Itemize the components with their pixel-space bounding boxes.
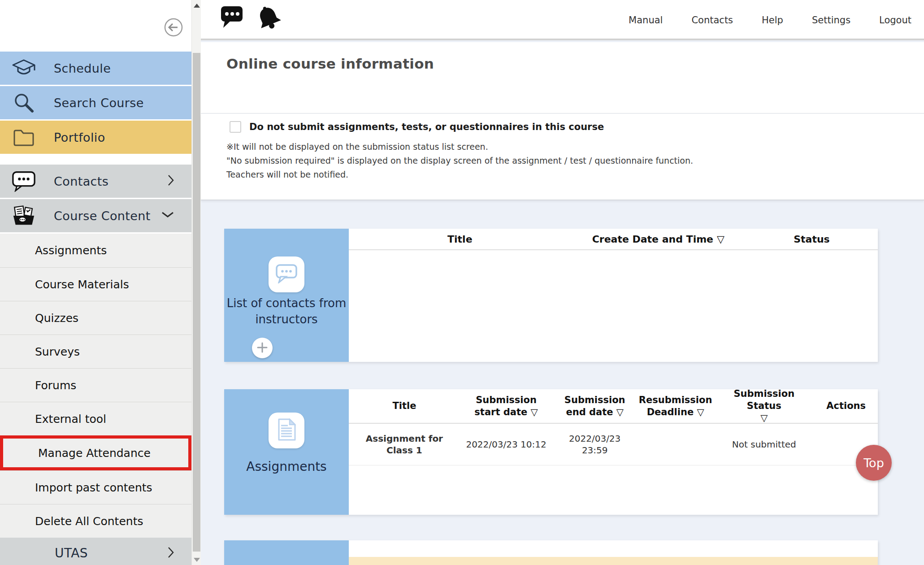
next-section-block bbox=[224, 540, 349, 565]
sidebar-item-course-content[interactable]: Course Content bbox=[0, 199, 191, 232]
next-section-highlight-row bbox=[349, 557, 878, 565]
sidebar-menu: Schedule Search Course Portfolio bbox=[0, 52, 191, 565]
sort-icon: ▽ bbox=[616, 407, 624, 417]
sidebar-item-schedule[interactable]: Schedule bbox=[0, 52, 191, 85]
add-contact-button[interactable] bbox=[252, 338, 273, 358]
sort-icon: ▽ bbox=[697, 407, 704, 417]
column-header-status: Status bbox=[746, 229, 878, 249]
assignment-row[interactable]: Assignment for Class 1 2022/03/23 10:12 … bbox=[349, 424, 878, 465]
scroll-down-icon bbox=[194, 558, 200, 562]
do-not-submit-label: Do not submit assignments, tests, or que… bbox=[249, 122, 604, 132]
sidebar-item-forums[interactable]: Forums bbox=[0, 368, 191, 402]
sort-icon: ▽ bbox=[760, 412, 768, 424]
document-icon bbox=[277, 418, 296, 443]
chevron-right-icon bbox=[167, 174, 174, 188]
resubmission-deadline-cell bbox=[637, 424, 714, 465]
content-box-icon bbox=[12, 204, 36, 227]
sidebar-item-utas[interactable]: UTAS bbox=[0, 538, 191, 565]
assignments-table-header: Title Submission start date ▽ Submission… bbox=[349, 389, 878, 424]
course-content-submenu: Assignments Course Materials Quizzes Sur… bbox=[0, 234, 191, 538]
sidebar-item-surveys[interactable]: Surveys bbox=[0, 335, 191, 368]
column-header-submission-start[interactable]: Submission start date ▽ bbox=[460, 389, 553, 423]
submission-option-notes: ※It will not be displayed on the submiss… bbox=[226, 140, 693, 182]
top-bar: Manual Contacts Help Settings Logout bbox=[201, 0, 924, 40]
nav-manual[interactable]: Manual bbox=[629, 15, 663, 26]
column-header-title: Title bbox=[349, 229, 571, 249]
assignments-table: Title Submission start date ▽ Submission… bbox=[349, 389, 878, 515]
column-header-resubmission-deadline[interactable]: Resubmission Deadline ▽ bbox=[637, 389, 714, 423]
submission-start-cell: 2022/03/23 10:12 bbox=[460, 424, 553, 465]
sidebar-item-label: Contacts bbox=[54, 174, 108, 188]
sidebar-item-external-tool[interactable]: External tool bbox=[0, 402, 191, 435]
do-not-submit-checkbox[interactable] bbox=[230, 121, 241, 133]
arrow-left-circle-icon bbox=[163, 32, 184, 39]
assignment-title-cell[interactable]: Assignment for Class 1 bbox=[349, 424, 460, 465]
assignments-section-block: Assignments bbox=[224, 389, 349, 515]
chevron-down-icon bbox=[161, 211, 174, 220]
column-header-title: Title bbox=[349, 389, 460, 423]
note-line: ※It will not be displayed on the submiss… bbox=[226, 140, 693, 154]
sidebar-item-label: Course Content bbox=[54, 209, 151, 223]
nav-contacts[interactable]: Contacts bbox=[691, 15, 733, 26]
submission-end-cell: 2022/03/23 23:59 bbox=[552, 424, 637, 465]
sidebar-collapse-button[interactable] bbox=[163, 17, 184, 38]
section-label: List of contacts from instructors bbox=[224, 295, 349, 327]
contacts-table-header: Title Create Date and Time▽ Status bbox=[349, 229, 878, 250]
sidebar-item-delete-all-contents[interactable]: Delete All Contents bbox=[0, 504, 191, 538]
scroll-up-icon bbox=[194, 4, 200, 8]
column-header-submission-status[interactable]: Submission Status▽ bbox=[714, 389, 814, 423]
top-nav: Manual Contacts Help Settings Logout bbox=[629, 0, 911, 40]
scroll-up-button[interactable] bbox=[192, 0, 201, 11]
sidebar-scrollbar[interactable] bbox=[191, 0, 201, 565]
column-header-submission-end[interactable]: Submission end date ▽ bbox=[552, 389, 637, 423]
chevron-right-icon bbox=[167, 546, 174, 561]
heading-panel: Online course information bbox=[201, 42, 924, 113]
sidebar-item-label: Portfolio bbox=[54, 130, 105, 144]
scroll-to-top-button[interactable]: Top bbox=[856, 445, 892, 481]
section-label: Assignments bbox=[224, 459, 349, 475]
sort-icon: ▽ bbox=[717, 234, 724, 245]
speech-bubble-icon bbox=[12, 170, 36, 192]
folder-icon bbox=[12, 126, 36, 148]
nav-logout[interactable]: Logout bbox=[879, 15, 911, 26]
contacts-table: Title Create Date and Time▽ Status bbox=[349, 229, 878, 362]
sidebar-item-import-past-contents[interactable]: Import past contents bbox=[0, 470, 191, 504]
scroll-down-button[interactable] bbox=[192, 554, 201, 565]
scrollbar-thumb[interactable] bbox=[193, 53, 200, 552]
icon-card bbox=[269, 413, 304, 448]
sidebar: Schedule Search Course Portfolio bbox=[0, 0, 191, 565]
sidebar-item-quizzes[interactable]: Quizzes bbox=[0, 301, 191, 335]
column-header-create-date[interactable]: Create Date and Time▽ bbox=[571, 229, 746, 249]
icon-card bbox=[269, 256, 304, 292]
chat-icon[interactable] bbox=[221, 4, 244, 30]
bell-icon[interactable] bbox=[254, 4, 283, 33]
nav-help[interactable]: Help bbox=[762, 15, 783, 26]
search-icon bbox=[12, 91, 36, 114]
graduation-cap-icon bbox=[12, 57, 36, 79]
plus-icon bbox=[256, 342, 268, 355]
sidebar-item-label: Search Course bbox=[54, 96, 144, 110]
note-line: "No submission required" is displayed on… bbox=[226, 154, 693, 168]
note-line: Teachers will not be notified. bbox=[226, 168, 693, 182]
contacts-section: List of contacts from instructors Title … bbox=[224, 229, 878, 362]
sidebar-item-portfolio[interactable]: Portfolio bbox=[0, 121, 191, 154]
main-area: Manual Contacts Help Settings Logout Onl… bbox=[201, 0, 924, 565]
sidebar-item-search-course[interactable]: Search Course bbox=[0, 86, 191, 119]
sidebar-item-label: Schedule bbox=[54, 61, 111, 75]
speech-bubble-icon bbox=[275, 264, 298, 285]
sidebar-item-assignments[interactable]: Assignments bbox=[0, 234, 191, 267]
next-section-header bbox=[349, 540, 878, 557]
sort-icon: ▽ bbox=[531, 407, 538, 417]
submission-status-cell: Not submitted bbox=[714, 424, 814, 465]
nav-settings[interactable]: Settings bbox=[812, 15, 850, 26]
sidebar-item-label: UTAS bbox=[55, 546, 88, 561]
page-title: Online course information bbox=[226, 56, 434, 72]
sidebar-item-contacts[interactable]: Contacts bbox=[0, 165, 191, 198]
sidebar-item-course-materials[interactable]: Course Materials bbox=[0, 267, 191, 301]
column-header-actions: Actions bbox=[814, 389, 878, 423]
contacts-section-block: List of contacts from instructors bbox=[224, 229, 349, 362]
next-section-partial bbox=[224, 540, 878, 565]
submission-option-panel: Do not submit assignments, tests, or que… bbox=[201, 114, 924, 200]
sidebar-item-manage-attendance[interactable]: Manage Attendance bbox=[0, 435, 191, 470]
assignments-section: Assignments Title Submission start date … bbox=[224, 389, 878, 515]
